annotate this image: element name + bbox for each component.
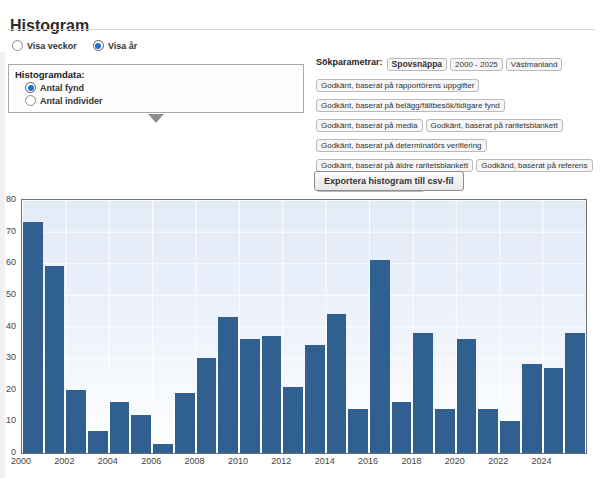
bar-2015	[348, 409, 368, 453]
x-tick-label: 2016	[358, 456, 378, 466]
x-tick-label: 2000	[11, 456, 31, 466]
view-option-visa-veckor[interactable]: Visa veckor	[12, 40, 77, 51]
y-tick-label: 50	[0, 290, 16, 299]
bar-2014	[327, 314, 347, 453]
x-tick-label: 2002	[54, 456, 74, 466]
bar-2021	[478, 409, 498, 453]
filter-tag-row: Godkänt, baserat på belägg/fältbesök/tid…	[316, 94, 599, 112]
x-tick-label: 2012	[271, 456, 291, 466]
x-tick-label: 2004	[98, 456, 118, 466]
y-tick-label: 30	[0, 353, 16, 362]
bar-2006	[153, 444, 173, 453]
filter-tag[interactable]: Godkänt, baserat på determinatörs verifi…	[316, 139, 487, 152]
primary-tags: Spovsnäppa2000 - 2025Västmanland	[387, 53, 566, 71]
radio-label: Visa veckor	[27, 41, 77, 51]
bar-2007	[175, 393, 195, 453]
x-tick-label: 2018	[401, 456, 421, 466]
x-tick-label: 2024	[532, 456, 552, 466]
x-tick-label: 2022	[488, 456, 508, 466]
page-title: Histogram	[10, 17, 89, 35]
param-tag[interactable]: Västmanland	[506, 58, 563, 71]
x-tick-label: 2008	[185, 456, 205, 466]
histogram-data-options: Antal fyndAntal individer	[9, 82, 303, 106]
bar-2009	[218, 317, 238, 453]
y-tick-label: 70	[0, 227, 16, 236]
filter-tag[interactable]: Godkänt, baserat på rapportörens uppgift…	[316, 79, 479, 92]
data-option-antal-individer[interactable]: Antal individer	[25, 95, 303, 106]
bar-2024	[544, 368, 564, 453]
bar-2017	[392, 402, 412, 453]
y-tick-label: 20	[0, 385, 16, 394]
bar-2020	[457, 339, 477, 453]
filter-tag[interactable]: Godkänt, baserat på raritetsblankett	[426, 119, 563, 132]
x-tick-label: 2010	[228, 456, 248, 466]
panel-pointer-arrow-icon	[148, 114, 164, 123]
bar-2004	[110, 402, 130, 453]
filter-tag[interactable]: Godkänd, baserat på referens	[476, 159, 592, 172]
data-option-antal-fynd[interactable]: Antal fynd	[25, 82, 303, 93]
radio-icon[interactable]	[12, 40, 23, 51]
filter-tag-row: Godkänt, baserat på determinatörs verifi…	[316, 134, 599, 152]
bar-2008	[197, 358, 217, 453]
search-parameters-row: Sökparametrar: Spovsnäppa2000 - 2025Väst…	[316, 53, 599, 71]
radio-icon[interactable]	[25, 95, 36, 106]
view-option-visa-år[interactable]: Visa år	[93, 40, 137, 51]
radio-icon[interactable]	[93, 40, 104, 51]
bar-2001	[45, 266, 65, 453]
radio-label: Antal fynd	[40, 83, 84, 93]
param-tag[interactable]: Spovsnäppa	[387, 58, 448, 71]
bar-2016	[370, 260, 390, 453]
bars-container	[22, 200, 586, 453]
histogram-chart: 01020304050607080 2000200220042006200820…	[0, 199, 601, 478]
filter-tag-row: Godkänt, baserat på mediaGodkänt, basera…	[316, 114, 599, 132]
view-toggle-group: Visa veckorVisa år	[12, 40, 137, 51]
bar-2018	[413, 333, 433, 453]
bar-2013	[305, 345, 325, 453]
radio-label: Antal individer	[40, 96, 103, 106]
bar-2002	[66, 390, 86, 453]
x-tick-label: 2014	[315, 456, 335, 466]
y-tick-label: 80	[0, 195, 16, 204]
title-divider	[8, 29, 595, 30]
export-csv-button[interactable]: Exportera histogram till csv-fil	[314, 171, 464, 191]
filter-tag-row: Godkänt, baserat på rapportörens uppgift…	[316, 74, 599, 92]
param-tag[interactable]: 2000 - 2025	[450, 58, 503, 71]
bar-2022	[500, 421, 520, 453]
bar-2010	[240, 339, 260, 453]
bar-2025	[565, 333, 585, 453]
radio-icon[interactable]	[25, 82, 36, 93]
bar-2000	[23, 222, 43, 453]
x-tick-label: 2020	[445, 456, 465, 466]
x-tick-label: 2006	[141, 456, 161, 466]
plot-area	[21, 199, 587, 454]
radio-label: Visa år	[108, 41, 137, 51]
bar-2003	[88, 431, 108, 453]
bar-2019	[435, 409, 455, 453]
histogram-data-panel: Histogramdata: Antal fyndAntal individer	[8, 64, 304, 113]
y-tick-label: 60	[0, 258, 16, 267]
y-tick-label: 10	[0, 416, 16, 425]
filter-tag-rows: Godkänt, baserat på rapportörens uppgift…	[316, 74, 599, 212]
bar-2005	[131, 415, 151, 453]
filter-tag[interactable]: Godkänt, baserat på belägg/fältbesök/tid…	[316, 99, 505, 112]
search-parameters-label: Sökparametrar:	[316, 57, 383, 67]
filter-tag-row: Godkänt, baserat på äldre raritetsblanke…	[316, 154, 599, 172]
bar-2023	[522, 364, 542, 453]
bar-2011	[262, 336, 282, 453]
filter-tag[interactable]: Godkänt, baserat på media	[316, 119, 423, 132]
histogram-data-title: Histogramdata:	[15, 69, 303, 80]
y-tick-label: 40	[0, 322, 16, 331]
bar-2012	[283, 387, 303, 453]
